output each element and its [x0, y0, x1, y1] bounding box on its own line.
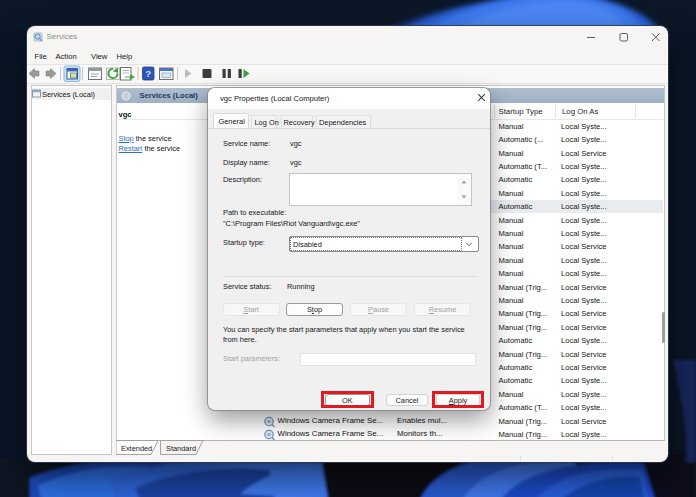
svg-text:Extended: Extended — [121, 443, 152, 452]
svg-text:Standard: Standard — [166, 443, 196, 452]
svg-text:?: ? — [145, 68, 151, 79]
